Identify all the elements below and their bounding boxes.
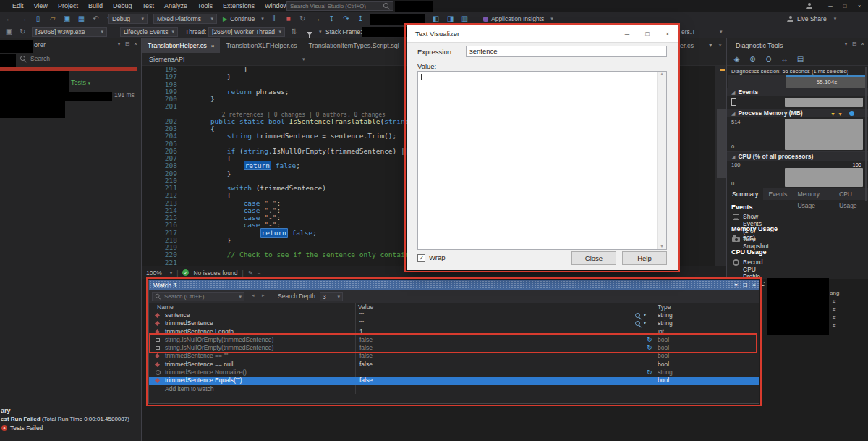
visualizer-dropdown-icon[interactable]: ▾ <box>644 311 646 319</box>
add-watch-item[interactable]: Add item to watch <box>165 385 214 392</box>
menu-analyze[interactable]: Analyze <box>159 0 192 12</box>
tab-TranslationItemTypes.Script.sql[interactable]: TranslationItemTypes.Script.sql <box>303 38 405 53</box>
magnifier-icon[interactable] <box>635 313 642 319</box>
chevron-down-icon[interactable]: ▾ <box>118 41 121 47</box>
maximize-button[interactable]: □ <box>637 25 658 43</box>
project-dropdown[interactable]: SiemensAPI <box>149 56 185 63</box>
close-button[interactable]: Close <box>571 251 616 265</box>
scroll-up-icon[interactable]: ▲ <box>658 72 666 76</box>
refresh-process-icon[interactable]: ↻ <box>18 25 27 38</box>
flag-threads-icon[interactable]: ⇅ <box>289 25 299 38</box>
refresh-icon[interactable]: ↻ <box>647 344 652 352</box>
partial-tab-label[interactable]: er.cs <box>680 42 694 49</box>
menu-debug[interactable]: Debug <box>108 0 137 12</box>
diag-tab-memory-usage[interactable]: Memory Usage <box>792 188 834 200</box>
continue-button[interactable]: ▶ Continue ▾ <box>223 12 264 25</box>
minimize-button[interactable]: ─ <box>823 0 838 12</box>
close-icon[interactable]: × <box>658 25 678 43</box>
reset-view-icon[interactable]: ↔ <box>780 53 789 66</box>
thread-dropdown[interactable]: [26640] Worker Thread ▾ <box>208 27 285 37</box>
search-input[interactable]: Search Visual Studio (Ctrl+Q) <box>286 1 393 11</box>
process-dropdown[interactable]: [39068] w3wp.exe ▾ <box>32 27 107 37</box>
cpu-section-header[interactable]: ◢CPU (% of all processors) <box>727 152 868 161</box>
watch-search-input[interactable]: Search (Ctrl+E) ▾ <box>152 292 244 301</box>
watch-row-6[interactable]: trimmedSentence == nullfalsebool <box>149 361 759 369</box>
select-tool-icon[interactable]: ◈ <box>732 53 741 66</box>
events-track[interactable] <box>727 96 868 109</box>
platform-dropdown[interactable]: Mixed Platforms ▾ <box>153 14 217 24</box>
chevron-down-icon[interactable]: ▾ <box>845 41 848 47</box>
editor-scrollbar[interactable] <box>715 66 726 266</box>
test-search-placeholder[interactable]: Search <box>30 55 50 62</box>
menu-edit[interactable]: Edit <box>7 0 29 12</box>
menu-view[interactable]: View <box>29 0 53 12</box>
tab-close-icon[interactable]: × <box>211 43 215 49</box>
cpu-graph[interactable]: 100 0 100 <box>727 161 868 188</box>
search-depth-dropdown[interactable]: 3 ▾ <box>320 292 343 301</box>
filter-icon[interactable] <box>307 32 312 35</box>
app-insights-dropdown[interactable]: Application Insights ▾ <box>483 12 553 25</box>
save-icon[interactable]: ▣ <box>62 12 72 25</box>
scroll-down-icon[interactable]: ▼ <box>658 244 666 248</box>
chart-options-icon[interactable]: ▤ <box>796 53 805 66</box>
refresh-icon[interactable]: ↻ <box>647 369 652 377</box>
minimize-button[interactable]: ─ <box>617 25 637 43</box>
step-into-icon[interactable]: ↧ <box>327 12 336 25</box>
tests-tree-node[interactable]: Tests ▾ <box>71 79 90 86</box>
nav-back-icon[interactable]: ← <box>4 12 14 25</box>
refresh-icon[interactable]: ↻ <box>647 336 652 344</box>
stop-icon[interactable]: ■ <box>284 12 293 25</box>
tab-TranslationXLFHelper.cs[interactable]: TranslationXLFHelper.cs <box>220 38 302 53</box>
watch-row-0[interactable]: sentence""▾string <box>149 311 759 319</box>
watch-row-3[interactable]: string.IsNullOrEmpty(trimmedSentence)fal… <box>149 336 759 344</box>
watch-row-5[interactable]: trimmedSentence == ""falsebool <box>149 352 759 360</box>
diag-tab-cpu-usage[interactable]: CPU Usage <box>834 188 868 200</box>
close-button[interactable]: × <box>852 0 867 12</box>
break-all-icon[interactable]: ‖ <box>269 12 278 25</box>
scrollbar-thumb[interactable] <box>717 109 726 178</box>
nav-forward-icon[interactable]: → <box>19 12 28 25</box>
watch-row-7[interactable]: itrimmedSentence.Normalize()↻string <box>149 369 759 377</box>
zoom-dropdown[interactable]: 100% <box>146 269 162 277</box>
breakpoints-window-icon[interactable]: ◧ <box>431 12 441 25</box>
watch-row-8[interactable]: trimmedSentence.Equals("")falsebool <box>149 377 759 385</box>
pin-icon[interactable]: ⊟ <box>125 41 130 47</box>
output-window-icon[interactable]: ▥ <box>460 12 469 25</box>
memory-section-header[interactable]: ◢Process Memory (MB) ▼ ▼ <box>727 109 868 117</box>
search-prev-icon[interactable]: ◂ <box>252 293 255 298</box>
watch-row-2[interactable]: trimmedSentence.Length1int <box>149 328 759 336</box>
maximize-button[interactable]: □ <box>838 0 852 12</box>
config-dropdown[interactable]: Debug ▾ <box>109 14 148 24</box>
expression-field[interactable]: sentence <box>466 46 667 57</box>
column-type[interactable]: Type <box>658 303 671 311</box>
magnifier-icon[interactable] <box>635 321 642 327</box>
tab-TranslationHelper.cs[interactable]: TranslationHelper.cs× <box>142 38 220 53</box>
menu-test[interactable]: Test <box>137 0 159 12</box>
wrap-checkbox[interactable] <box>417 254 425 262</box>
pin-icon[interactable]: ⊟ <box>743 280 748 290</box>
issues-status[interactable]: No issues found <box>193 269 237 277</box>
timeline-selection[interactable]: 55.104s <box>786 75 867 88</box>
dialog-title-bar[interactable]: Text Visualizer ─ □ × <box>407 25 678 43</box>
chevron-down-icon[interactable]: ▾ <box>720 29 723 35</box>
zoom-in-icon[interactable]: ⊕ <box>748 53 757 66</box>
timeline-ruler[interactable]: 55.104s <box>728 75 867 88</box>
pin-icon[interactable]: ⊟ <box>852 41 857 47</box>
pencil-icon[interactable]: ✎ <box>248 269 253 277</box>
chevron-down-icon[interactable]: ▾ <box>709 42 712 49</box>
live-share-button[interactable]: Live Share ▾ <box>787 12 836 25</box>
open-file-icon[interactable]: ▱ <box>48 12 57 25</box>
immediate-window-icon[interactable]: ◨ <box>446 12 455 25</box>
close-icon[interactable]: × <box>134 41 137 47</box>
memory-graph[interactable]: 514 0 <box>727 117 868 152</box>
search-next-icon[interactable]: ▸ <box>262 293 265 298</box>
watch-row-4[interactable]: string.IsNullOrEmpty(trimmedSentence)fal… <box>149 344 759 352</box>
close-icon[interactable]: × <box>861 41 864 47</box>
menu-tools[interactable]: Tools <box>192 0 218 12</box>
list-icon[interactable]: ≡ <box>258 269 261 277</box>
menu-build[interactable]: Build <box>83 0 108 12</box>
process-icon[interactable]: ▣ <box>4 25 14 38</box>
close-icon[interactable]: × <box>752 280 756 290</box>
value-textarea[interactable]: ▲ ▼ <box>417 71 667 250</box>
restart-icon[interactable]: ↻ <box>298 12 307 25</box>
